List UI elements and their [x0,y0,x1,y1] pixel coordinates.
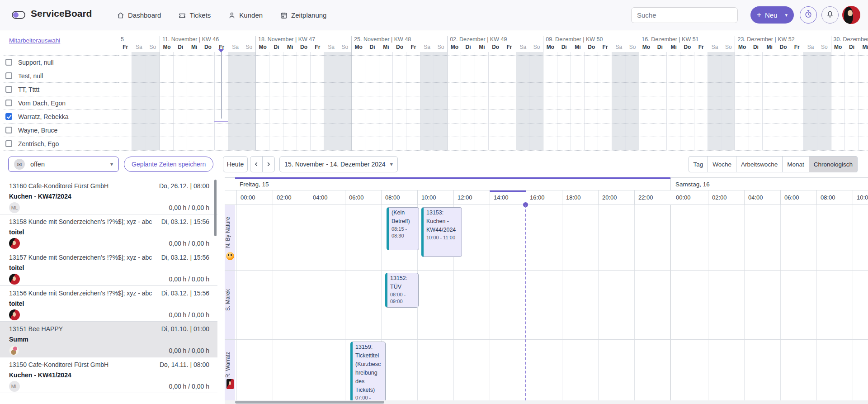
grid-line [526,205,526,400]
selected-day-line [221,52,222,119]
ticket-hours: 0,00 h / 0,00 h [169,383,209,390]
ticket-filter-select[interactable]: ✉ offen ▾ [8,157,119,172]
hour-cell: 02:00 [708,190,744,205]
timeline-day-column [420,52,434,150]
employee-row[interactable]: Test, null [4,69,118,83]
timeline-day-column [694,52,708,150]
timeline-day-column [269,52,283,150]
timeline-day-column [708,52,722,150]
employee-row[interactable]: Wayne, Bruce [4,124,118,137]
nav-item-tickets[interactable]: Tickets [178,11,211,19]
event-card[interactable]: 13159: Tickettitel (Kurzbeschreibung des… [350,342,386,400]
day-label: Di [653,44,667,52]
event-card[interactable]: 13153: Kuchen - KW44/202410:00 - 11:00 [421,207,462,257]
employee-row[interactable]: Warratz, Rebekka [4,110,118,124]
nav-item-kunden[interactable]: Kunden [228,11,263,19]
nav-item-zeitplanung[interactable]: Zeitplanung [280,11,326,19]
day-label: So [530,44,543,52]
checkbox[interactable] [5,100,12,106]
new-button[interactable]: + Neu ▾ [750,6,794,24]
event-card[interactable]: 13152: TÜV08:00 - 09:00 [385,273,419,308]
timeline-day-column [379,52,393,150]
avatar [9,238,20,249]
employee-row[interactable]: Zentrisch, Ego [4,137,118,151]
event-time: 08:15 - 08:30 [392,226,417,239]
ticket-hours: 0,00 h / 0,00 h [169,347,209,354]
ticket-list-item[interactable]: 13157 Kunde mit Sonderzeichen's !?%$]; x… [0,250,217,286]
view-button-woche[interactable]: Woche [708,156,736,172]
ticket-list: 13160 Cafe-Konditorei Fürst GmbHDo, 26.1… [0,179,217,393]
timeline-day-column [749,52,763,150]
checkbox[interactable] [5,59,12,66]
day-label: Mi [187,44,201,52]
checkbox[interactable] [5,72,12,79]
view-button-monat[interactable]: Monat [782,156,809,172]
timeline-day-column [680,52,694,150]
grid-line [816,205,817,400]
hour-cell: 20:00 [598,190,634,205]
checkbox[interactable] [5,86,12,93]
event-card[interactable]: (Kein Betreff)08:15 - 08:30 [387,207,419,250]
ticket-list-scrollbar[interactable] [214,180,217,236]
timeline-day-column [242,52,256,150]
calendar-h-scrollbar-thumb[interactable] [235,401,384,404]
day-label: Do [585,44,598,52]
day-label: Di [365,44,379,52]
grid-line [708,205,708,400]
timeline-day-column [763,52,776,150]
hour-cell: 04:00 [744,190,780,205]
employee-row[interactable]: TT, Ttttt [4,83,118,96]
view-button-chronologisch[interactable]: Chronologisch [809,156,858,172]
user-avatar[interactable] [842,6,860,24]
nav-item-label: Tickets [189,11,211,19]
hour-cell: 10:00 [417,190,453,205]
checkbox-checked[interactable] [5,113,12,120]
header-bar: ServiceBoard DashboardTicketsKundenZeitp… [0,0,868,30]
checkbox[interactable] [5,140,12,147]
timeline-day-column [516,52,530,150]
grid-line [744,205,745,400]
ticket-list-item[interactable]: 13156 Kunde mit Sonderzeichen's !?%$]; x… [0,286,217,322]
hour-cell: 00:00 [236,190,273,205]
ticket-list-item[interactable]: 13150 Cafe-Konditorei Fürst GmbHDo, 14.1… [0,357,217,393]
ticket-subject: toitel [9,300,24,307]
timeline-day-column [790,52,804,150]
today-button[interactable]: Heute [223,156,248,172]
mitarbeiterauswahl-link[interactable]: Mitarbeiterauswahl [9,37,60,44]
date-range-select[interactable]: 15. November - 14. Dezember 2024 ▾ [279,156,398,172]
week-title: 02. Dezember | KW 49 [448,36,543,44]
day-label: Mi [475,44,489,52]
day-label: Do [297,44,311,52]
next-button[interactable] [262,156,275,172]
view-button-arbeitswoche[interactable]: Arbeitswoche [736,156,783,172]
checkbox[interactable] [5,127,12,133]
day-label: Do [201,44,215,52]
timeline-day-column [324,52,338,150]
hour-cell: 22:00 [634,190,670,205]
view-button-tag[interactable]: Tag [689,156,708,172]
nav-item-dashboard[interactable]: Dashboard [117,11,161,19]
day-label: Mi [283,44,297,52]
nav-item-label: Dashboard [128,11,161,19]
week-1: 11. November | KW 46MoDiMiDoFrSaSo [160,36,255,150]
stopwatch-button[interactable] [800,6,817,24]
employee-row[interactable]: Vom Dach, Egon [4,96,118,110]
search-input[interactable] [631,7,738,23]
ticket-list-item[interactable]: 13158 Kunde mit Sonderzeichen's !?%$]; x… [0,214,217,250]
ticket-hours: 0,00 h / 0,00 h [169,204,209,211]
employee-name: Warratz, Rebekka [18,113,69,120]
ticket-list-item[interactable]: 13160 Cafe-Konditorei Fürst GmbHDo, 26.1… [0,179,217,214]
timeline-day-column [338,52,352,150]
prev-button[interactable] [250,156,263,172]
day-label: Di [269,44,283,52]
day-label: Mi [667,44,680,52]
divider [781,10,781,19]
ticket-hours: 0,00 h / 0,00 h [169,276,209,283]
employee-row[interactable]: Support, null [4,56,118,69]
bell-button[interactable] [821,6,839,24]
ticket-list-item[interactable]: 13151 Bee HAPPYDi, 01.10. | 01:00Summ0,0… [0,322,217,357]
chevron-down-icon: ▾ [390,161,393,167]
save-planned-times-button[interactable]: Geplante Zeiten speichern [124,157,213,172]
employee-panel: Mitarbeiterauswahl Support, nullTest, nu… [0,30,118,154]
chevron-right-icon [265,161,272,167]
